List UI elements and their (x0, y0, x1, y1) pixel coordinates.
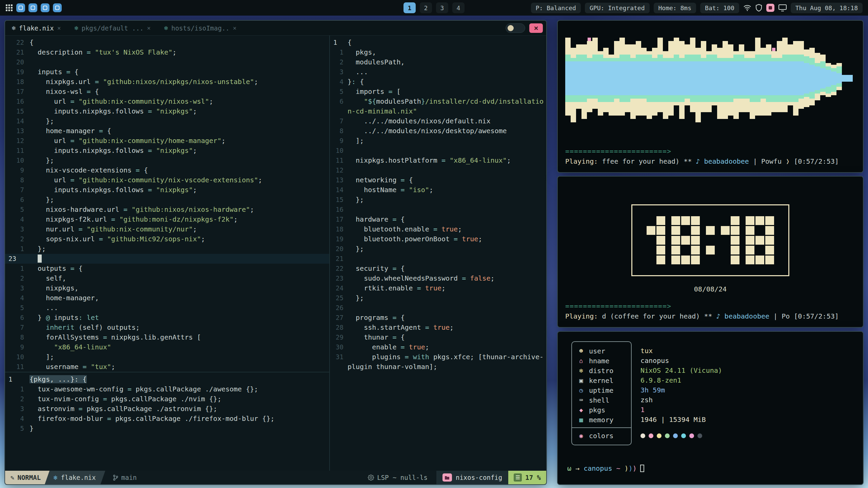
tab-pkgs-default[interactable]: ❄ pkgs/default ... × (68, 21, 158, 35)
code-line[interactable]: 9 nix-vscode-extensions = { (5, 165, 329, 175)
code-line[interactable]: 5 imports = [ (330, 87, 546, 97)
workspace-tag-2[interactable]: 2 (420, 2, 432, 13)
visualizer-terminal[interactable]: =======================> Playing: ffee f… (557, 20, 864, 173)
code-line[interactable]: 16 (330, 205, 546, 215)
project-indicator[interactable]: nixos-config (436, 471, 508, 484)
code-line[interactable]: 22{ (5, 38, 329, 47)
recorder-badge-icon[interactable] (766, 4, 774, 12)
code-line[interactable]: 8 ../../modules/nixos/desktop/awesome (330, 126, 546, 136)
code-line[interactable]: 28 ssh.startAgent = true; (330, 323, 546, 332)
tab-close-icon[interactable]: × (57, 24, 61, 32)
code-line[interactable]: 2 sops-nix.url = "github:Mic92/sops-nix"… (5, 234, 329, 244)
code-line[interactable]: n-cd-minimal.nix" (330, 106, 546, 116)
code-line[interactable]: 20 }; (330, 244, 546, 254)
code-line[interactable]: 5 nixos-hardware.url = "github:nixos/nix… (5, 205, 329, 215)
code-line[interactable]: 3 astronvim = pkgs.callPackage ./astronv… (5, 404, 329, 414)
tab-hosts-isoimage[interactable]: ❄ hosts/isoImag.. × (157, 21, 243, 35)
code-line[interactable]: 6 "${modulesPath}/installer/cd-dvd/insta… (330, 97, 546, 106)
wifi-icon[interactable] (743, 4, 751, 12)
code-line[interactable]: 9 ]; (330, 136, 546, 146)
code-line[interactable]: 1 pkgs, (330, 47, 546, 57)
code-line[interactable]: 3 ... (330, 67, 546, 77)
code-line[interactable]: 21 (330, 254, 546, 264)
code-line[interactable]: 1{ (330, 38, 546, 47)
code-line[interactable]: 15 inputs.nixpkgs.follows = "nixpkgs"; (5, 106, 329, 116)
pane-hosts-isoimage-nix[interactable]: 1{1 pkgs,2 modulesPath,3 ...4}: {5 impor… (330, 36, 546, 471)
code-line[interactable]: 3 nixpkgs, (5, 283, 329, 293)
git-branch[interactable]: main (113, 474, 137, 481)
code-line[interactable]: 18 bluetooth.enable = true; (330, 224, 546, 234)
pinned-app-icon[interactable] (53, 3, 62, 12)
code-line[interactable]: 2 self, (5, 273, 329, 283)
code-line[interactable]: 10 }; (5, 156, 329, 165)
code-line[interactable]: 1 tux-awesome-wm-config = pkgs.callPacka… (5, 384, 329, 394)
code-line[interactable]: 1 }; (5, 244, 329, 254)
fetch-terminal[interactable]: ☻user⌂hname❄distro▣kernel◷uptime⌨shell◆p… (557, 331, 864, 485)
code-line[interactable]: 3 nur.url = "github:nix-community/nur"; (5, 224, 329, 234)
code-line[interactable]: 16 url = "github:nix-community/nixos-wsl… (5, 97, 329, 106)
code-line[interactable]: 4 firefox-mod-blur = pkgs.callPackage ./… (5, 414, 329, 424)
code-line[interactable]: 20 (5, 57, 329, 67)
code-line[interactable]: 30 enable = true; (330, 342, 546, 352)
pinned-app-icon[interactable] (28, 3, 37, 12)
code-line[interactable]: 5 ... (5, 303, 329, 313)
code-line[interactable]: 7 inputs.nixpkgs.follows = "nixpkgs"; (5, 185, 329, 195)
workspace-tag-4[interactable]: 4 (452, 2, 465, 13)
code-line[interactable]: 27 programs = { (330, 313, 546, 323)
code-line[interactable]: 7 inherit (self) outputs; (5, 323, 329, 332)
display-icon[interactable] (778, 4, 787, 12)
code-line[interactable]: 21 description = "tux's NixOS Flake"; (5, 47, 329, 57)
code-line[interactable]: 9 "x86_64-linux" (5, 342, 329, 352)
vpn-shield-icon[interactable] (755, 4, 762, 12)
code-line[interactable]: 23 sudo.wheelNeedsPassword = false; (330, 273, 546, 283)
window-close-button[interactable]: × (529, 23, 543, 33)
tab-close-icon[interactable]: × (233, 24, 237, 32)
pane-flake-nix[interactable]: 22{21 description = "tux's NixOS Flake";… (5, 36, 329, 372)
code-line[interactable]: 12 (330, 165, 546, 175)
code-line[interactable]: 25 }; (330, 293, 546, 303)
tab-flake-nix[interactable]: ❄ flake.nix × (5, 21, 68, 35)
code-line[interactable]: 23 (5, 254, 329, 264)
code-line[interactable]: 26 (330, 303, 546, 313)
code-line[interactable]: 4 home-manager, (5, 293, 329, 303)
clock-terminal[interactable]: 08/08/24 =======================> Playin… (557, 176, 864, 328)
code-line[interactable]: plugin thunar-volman]; (330, 362, 546, 372)
code-line[interactable]: 11 username = "tux"; (5, 362, 329, 372)
code-line[interactable]: 6 } @ inputs: let (5, 313, 329, 323)
code-line[interactable]: 11 inputs.nixpkgs.follows = "nixpkgs"; (5, 146, 329, 156)
code-line[interactable]: 11 nixpkgs.hostPlatform = "x86_64-linux"… (330, 156, 546, 165)
code-line[interactable]: 18 nixpkgs.url = "github:nixos/nixpkgs/n… (5, 77, 329, 87)
code-line[interactable]: 17 hardware = { (330, 215, 546, 224)
code-line[interactable]: 2 modulesPath, (330, 57, 546, 67)
code-line[interactable]: 12 url = "github:nix-community/home-mana… (5, 136, 329, 146)
code-line[interactable]: 2 tux-nvim-config = pkgs.callPackage ./n… (5, 394, 329, 404)
apps-grid-icon[interactable] (5, 4, 13, 12)
pinned-app-icon[interactable] (41, 3, 50, 12)
code-line[interactable]: 13 networking = { (330, 175, 546, 185)
workspace-tag-3[interactable]: 3 (436, 2, 448, 13)
code-line[interactable]: 4}: { (330, 77, 546, 87)
code-line[interactable]: 29 thunar = { (330, 332, 546, 342)
statusline-filename[interactable]: ❄ flake.nix (45, 471, 105, 484)
code-line[interactable]: 5} (5, 424, 329, 433)
window-toggle-switch[interactable] (506, 23, 525, 33)
pane-pkgs-default-nix[interactable]: 1{pkgs, ...}: {1 tux-awesome-wm-config =… (5, 372, 329, 471)
code-line[interactable]: 17 nixos-wsl = { (5, 87, 329, 97)
code-line[interactable]: 1{pkgs, ...}: { (5, 374, 329, 384)
code-line[interactable]: 24 rtkit.enable = true; (330, 283, 546, 293)
code-line[interactable]: 22 security = { (330, 264, 546, 273)
code-line[interactable]: 10 ]; (5, 352, 329, 362)
code-line[interactable]: 13 home-manager = { (5, 126, 329, 136)
code-line[interactable]: 1 outputs = { (5, 264, 329, 273)
pinned-app-icon[interactable] (16, 3, 25, 12)
clock-date[interactable]: Thu Aug 08, 18:18 (791, 3, 863, 13)
code-line[interactable]: 7 ../../modules/nixos/default.nix (330, 116, 546, 126)
shell-prompt[interactable]: ω → canopus ~ ))) (567, 464, 855, 472)
code-line[interactable]: 31 plugins = with pkgs.xfce; [thunar-arc… (330, 352, 546, 362)
code-line[interactable]: 14 }; (5, 116, 329, 126)
code-line[interactable]: 4 nixpkgs-f2k.url = "github:moni-dz/nixp… (5, 215, 329, 224)
code-line[interactable]: 6 }; (5, 195, 329, 205)
code-line[interactable]: 10 (330, 146, 546, 156)
code-line[interactable]: 15 }; (330, 195, 546, 205)
code-line[interactable]: 8 url = "github:nix-community/nix-vscode… (5, 175, 329, 185)
